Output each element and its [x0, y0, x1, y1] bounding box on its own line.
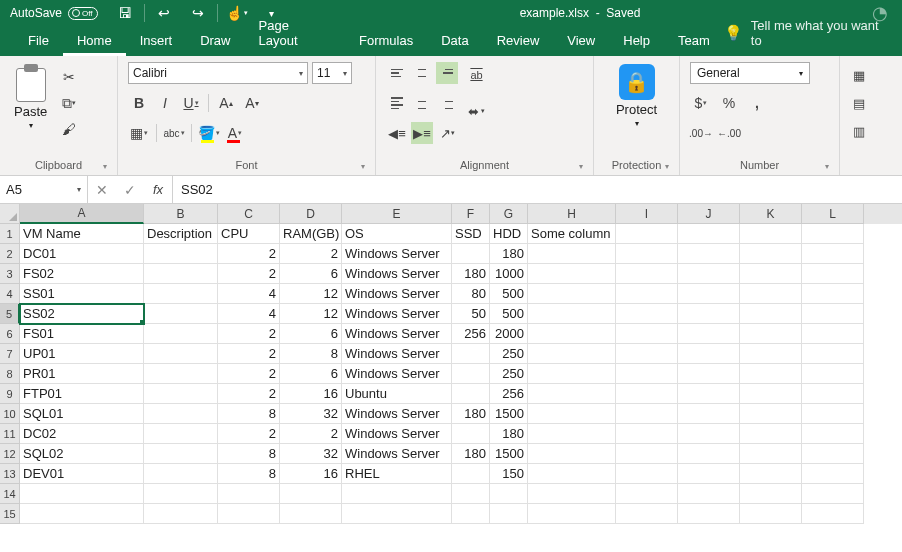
cell-D14[interactable]: [280, 484, 342, 504]
comma-button[interactable]: ,: [746, 92, 768, 114]
cell-L9[interactable]: [802, 384, 864, 404]
tab-help[interactable]: Help: [609, 27, 664, 56]
protect-icon[interactable]: 🔒: [619, 64, 655, 100]
cell-I9[interactable]: [616, 384, 678, 404]
cell-G5[interactable]: 500: [490, 304, 528, 324]
cell-D11[interactable]: 2: [280, 424, 342, 444]
row-header-15[interactable]: 15: [0, 504, 20, 524]
cell-J10[interactable]: [678, 404, 740, 424]
cell-H6[interactable]: [528, 324, 616, 344]
cell-F12[interactable]: 180: [452, 444, 490, 464]
cell-F9[interactable]: [452, 384, 490, 404]
cell-I2[interactable]: [616, 244, 678, 264]
cell-K3[interactable]: [740, 264, 802, 284]
row-header-3[interactable]: 3: [0, 264, 20, 284]
cell-L8[interactable]: [802, 364, 864, 384]
decrease-font-icon[interactable]: A▾: [241, 92, 263, 114]
cell-K5[interactable]: [740, 304, 802, 324]
cell-F4[interactable]: 80: [452, 284, 490, 304]
cell-E14[interactable]: [342, 484, 452, 504]
cell-I5[interactable]: [616, 304, 678, 324]
cell-D3[interactable]: 6: [280, 264, 342, 284]
cell-F5[interactable]: 50: [452, 304, 490, 324]
col-header-F[interactable]: F: [452, 204, 490, 224]
increase-indent-icon[interactable]: ▶≡: [411, 122, 433, 144]
paste-button[interactable]: Paste ▾: [10, 62, 51, 157]
cell-J13[interactable]: [678, 464, 740, 484]
cell-B8[interactable]: [144, 364, 218, 384]
row-header-10[interactable]: 10: [0, 404, 20, 424]
cell-B13[interactable]: [144, 464, 218, 484]
cell-L12[interactable]: [802, 444, 864, 464]
cell-H13[interactable]: [528, 464, 616, 484]
row-header-12[interactable]: 12: [0, 444, 20, 464]
cell-F14[interactable]: [452, 484, 490, 504]
cell-K10[interactable]: [740, 404, 802, 424]
cell-K14[interactable]: [740, 484, 802, 504]
col-header-K[interactable]: K: [740, 204, 802, 224]
cell-J2[interactable]: [678, 244, 740, 264]
align-center-icon[interactable]: [411, 92, 433, 114]
tab-review[interactable]: Review: [483, 27, 554, 56]
cell-H3[interactable]: [528, 264, 616, 284]
cell-L4[interactable]: [802, 284, 864, 304]
italic-button[interactable]: I: [154, 92, 176, 114]
cell-B6[interactable]: [144, 324, 218, 344]
cell-H1[interactable]: Some column: [528, 224, 616, 244]
tab-team[interactable]: Team: [664, 27, 724, 56]
undo-icon[interactable]: ↩: [147, 0, 181, 26]
cell-D10[interactable]: 32: [280, 404, 342, 424]
decrease-decimal-icon[interactable]: ←.00: [718, 122, 740, 144]
cell-D13[interactable]: 16: [280, 464, 342, 484]
wrap-text-button[interactable]: ab: [468, 64, 485, 86]
cell-D7[interactable]: 8: [280, 344, 342, 364]
cell-I10[interactable]: [616, 404, 678, 424]
tab-draw[interactable]: Draw: [186, 27, 244, 56]
col-header-C[interactable]: C: [218, 204, 280, 224]
cell-F7[interactable]: [452, 344, 490, 364]
cell-G13[interactable]: 150: [490, 464, 528, 484]
font-color-button[interactable]: A▾: [224, 122, 246, 144]
cell-H10[interactable]: [528, 404, 616, 424]
cell-L7[interactable]: [802, 344, 864, 364]
cell-K11[interactable]: [740, 424, 802, 444]
cell-H4[interactable]: [528, 284, 616, 304]
increase-decimal-icon[interactable]: .00→: [690, 122, 712, 144]
row-header-6[interactable]: 6: [0, 324, 20, 344]
cell-K7[interactable]: [740, 344, 802, 364]
cell-C5[interactable]: 4: [218, 304, 280, 324]
align-top-icon[interactable]: [386, 62, 408, 84]
cell-C2[interactable]: 2: [218, 244, 280, 264]
cell-L13[interactable]: [802, 464, 864, 484]
row-header-5[interactable]: 5: [0, 304, 20, 324]
cell-G2[interactable]: 180: [490, 244, 528, 264]
format-table-icon[interactable]: ▤: [850, 94, 868, 112]
cell-K15[interactable]: [740, 504, 802, 524]
cell-I8[interactable]: [616, 364, 678, 384]
cell-A8[interactable]: PR01: [20, 364, 144, 384]
cell-B10[interactable]: [144, 404, 218, 424]
cell-D12[interactable]: 32: [280, 444, 342, 464]
cell-A6[interactable]: FS01: [20, 324, 144, 344]
cell-K12[interactable]: [740, 444, 802, 464]
row-header-2[interactable]: 2: [0, 244, 20, 264]
cell-H5[interactable]: [528, 304, 616, 324]
format-painter-icon[interactable]: 🖌: [59, 120, 79, 138]
cell-C1[interactable]: CPU: [218, 224, 280, 244]
cell-E8[interactable]: Windows Server: [342, 364, 452, 384]
col-header-B[interactable]: B: [144, 204, 218, 224]
cell-G4[interactable]: 500: [490, 284, 528, 304]
cell-E3[interactable]: Windows Server: [342, 264, 452, 284]
cell-F8[interactable]: [452, 364, 490, 384]
bold-button[interactable]: B: [128, 92, 150, 114]
cell-A4[interactable]: SS01: [20, 284, 144, 304]
row-header-13[interactable]: 13: [0, 464, 20, 484]
cell-F13[interactable]: [452, 464, 490, 484]
cell-C12[interactable]: 8: [218, 444, 280, 464]
col-header-H[interactable]: H: [528, 204, 616, 224]
cell-G10[interactable]: 1500: [490, 404, 528, 424]
tab-view[interactable]: View: [553, 27, 609, 56]
tab-home[interactable]: Home: [63, 27, 126, 56]
cell-L10[interactable]: [802, 404, 864, 424]
cell-C4[interactable]: 4: [218, 284, 280, 304]
